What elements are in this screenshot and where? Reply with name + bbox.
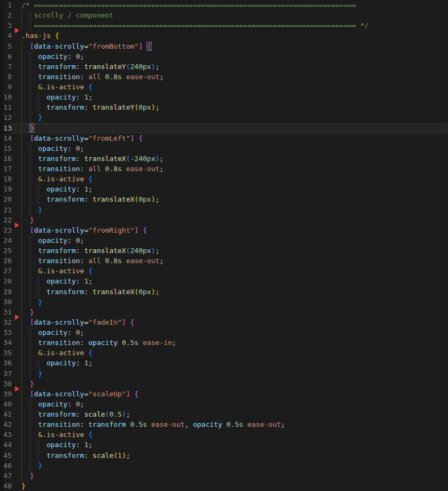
- line-number[interactable]: 9: [0, 82, 12, 92]
- line-number[interactable]: 7: [0, 62, 12, 72]
- line-number[interactable]: 17: [0, 164, 12, 174]
- code-token: }: [21, 482, 26, 490]
- code-line[interactable]: 35 &.is-active {: [0, 348, 448, 358]
- code-line[interactable]: 48}: [0, 481, 448, 491]
- code-line[interactable]: 39 [data-scrolly="scaleUp"] {: [0, 389, 448, 399]
- code-line[interactable]: 45 transform: scale(1);: [0, 450, 448, 461]
- code-line[interactable]: 5 [data-scrolly="fromBottom"] {: [0, 41, 448, 51]
- line-number[interactable]: 24: [0, 235, 12, 246]
- code-line[interactable]: 32 [data-scrolly="fadeIn"] {: [0, 317, 448, 327]
- line-number[interactable]: 28: [0, 276, 12, 286]
- line-number[interactable]: 45: [0, 450, 12, 461]
- line-number[interactable]: 26: [0, 256, 12, 266]
- code-line[interactable]: 36 opacity: 1;: [0, 358, 448, 368]
- code-line[interactable]: 24 opacity: 0;: [0, 235, 448, 246]
- line-number[interactable]: 43: [0, 429, 12, 440]
- line-number[interactable]: 12: [0, 112, 12, 122]
- code-line[interactable]: 18 &.is-active {: [0, 174, 448, 184]
- code-line[interactable]: 31 }: [0, 307, 448, 317]
- code-line[interactable]: 1/* ====================================…: [0, 0, 448, 10]
- line-number[interactable]: 25: [0, 246, 12, 256]
- code-line[interactable]: 41 transform: scale(0.5);: [0, 409, 448, 419]
- line-number[interactable]: 20: [0, 194, 12, 204]
- code-line[interactable]: 22 }: [0, 215, 448, 225]
- line-number[interactable]: 32: [0, 317, 12, 327]
- code-line[interactable]: 33 opacity: 0;: [0, 327, 448, 337]
- code-line[interactable]: 12 }: [0, 112, 448, 122]
- line-number[interactable]: 34: [0, 337, 12, 348]
- line-number[interactable]: 40: [0, 399, 12, 409]
- line-number[interactable]: 33: [0, 327, 12, 337]
- line-number[interactable]: 21: [0, 205, 12, 215]
- code-line[interactable]: 19 opacity: 1;: [0, 184, 448, 194]
- line-number[interactable]: 15: [0, 143, 12, 154]
- code-line[interactable]: 4.has-js {: [0, 30, 448, 41]
- line-number[interactable]: 42: [0, 419, 12, 429]
- line-number[interactable]: 46: [0, 461, 12, 471]
- code-line[interactable]: 43 &.is-active {: [0, 429, 448, 440]
- line-number[interactable]: 11: [0, 102, 12, 112]
- code-line[interactable]: 13 }: [0, 123, 448, 133]
- code-line[interactable]: 27 &.is-active {: [0, 266, 448, 276]
- line-number[interactable]: 6: [0, 51, 12, 62]
- code-line[interactable]: 37 }: [0, 369, 448, 379]
- line-number[interactable]: 29: [0, 287, 12, 297]
- code-line[interactable]: 47 }: [0, 471, 448, 481]
- code-line[interactable]: 29 transform: translateX(0px);: [0, 287, 448, 297]
- code-line[interactable]: 44 opacity: 1;: [0, 440, 448, 450]
- code-line[interactable]: 23 [data-scrolly="fromRight"] {: [0, 225, 448, 235]
- code-line[interactable]: 3 ======================================…: [0, 20, 448, 30]
- line-number[interactable]: 2: [0, 10, 12, 20]
- line-number[interactable]: 35: [0, 348, 12, 358]
- line-number[interactable]: 1: [0, 0, 12, 10]
- code-line[interactable]: 21 }: [0, 205, 448, 215]
- line-number[interactable]: 3: [0, 20, 12, 30]
- line-number[interactable]: 39: [0, 389, 12, 399]
- code-line[interactable]: 46 }: [0, 461, 448, 471]
- line-number[interactable]: 14: [0, 133, 12, 143]
- line-number[interactable]: 4: [0, 30, 12, 41]
- code-line[interactable]: 17 transition: all 0.8s ease-out;: [0, 164, 448, 174]
- code-line[interactable]: 20 transform: translateX(0px);: [0, 194, 448, 204]
- code-line[interactable]: 16 transform: translateX(-240px);: [0, 154, 448, 164]
- code-line[interactable]: 25 transform: translateX(240px);: [0, 246, 448, 256]
- line-number[interactable]: 16: [0, 154, 12, 164]
- code-token: ): [151, 63, 156, 71]
- line-number[interactable]: 22: [0, 215, 12, 225]
- line-number[interactable]: 36: [0, 358, 12, 368]
- code-line[interactable]: 40 opacity: 0;: [0, 399, 448, 409]
- code-line[interactable]: 42 transition: transform 0.5s ease-out, …: [0, 419, 448, 429]
- line-number[interactable]: 27: [0, 266, 12, 276]
- code-line[interactable]: 10 opacity: 1;: [0, 92, 448, 102]
- code-token: ;: [88, 185, 92, 193]
- code-line[interactable]: 6 opacity: 0;: [0, 51, 448, 62]
- code-line[interactable]: 34 transition: opacity 0.5s ease-in;: [0, 337, 448, 348]
- code-line[interactable]: 7 transform: translateY(240px);: [0, 62, 448, 72]
- code-line[interactable]: 14 [data-scrolly="fromLeft"] {: [0, 133, 448, 143]
- line-number[interactable]: 44: [0, 440, 12, 450]
- code-line[interactable]: 28 opacity: 1;: [0, 276, 448, 286]
- line-number[interactable]: 13: [0, 123, 12, 133]
- line-number[interactable]: 5: [0, 41, 12, 51]
- line-number[interactable]: 47: [0, 471, 12, 481]
- code-line[interactable]: 11 transform: translateY(0px);: [0, 102, 448, 112]
- code-line[interactable]: 30 }: [0, 297, 448, 307]
- line-number[interactable]: 37: [0, 369, 12, 379]
- line-number[interactable]: 8: [0, 72, 12, 82]
- line-number[interactable]: 38: [0, 379, 12, 389]
- code-line[interactable]: 38 }: [0, 379, 448, 389]
- line-number[interactable]: 41: [0, 409, 12, 419]
- line-number[interactable]: 10: [0, 92, 12, 102]
- code-line[interactable]: 15 opacity: 0;: [0, 143, 448, 154]
- code-line[interactable]: 2 scrolly / component: [0, 10, 448, 20]
- code-line[interactable]: 8 transition: all 0.8s ease-out;: [0, 72, 448, 82]
- line-number[interactable]: 18: [0, 174, 12, 184]
- code-area[interactable]: 1/* ====================================…: [0, 0, 448, 491]
- line-number[interactable]: 30: [0, 297, 12, 307]
- line-number[interactable]: 23: [0, 225, 12, 235]
- code-line[interactable]: 9 &.is-active {: [0, 82, 448, 92]
- code-line[interactable]: 26 transition: all 0.8s ease-out;: [0, 256, 448, 266]
- line-number[interactable]: 31: [0, 307, 12, 317]
- line-number[interactable]: 48: [0, 481, 12, 491]
- line-number[interactable]: 19: [0, 184, 12, 194]
